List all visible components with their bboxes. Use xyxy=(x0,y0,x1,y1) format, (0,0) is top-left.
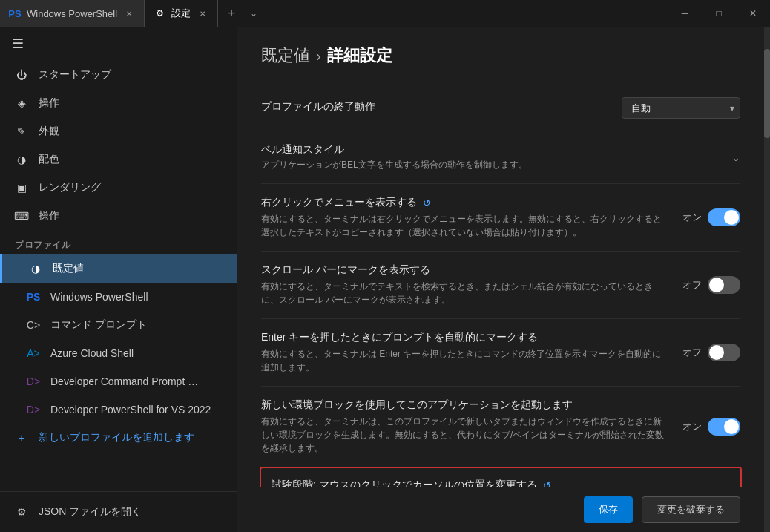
enter-mark-toggle[interactable] xyxy=(708,344,740,361)
sidebar-item-rendering[interactable]: ▣ レンダリング xyxy=(0,174,237,202)
env-block-title: 新しい環境ブロックを使用してこのアプリケーションを起動します xyxy=(261,398,669,412)
scrollbar-marks-text: スクロール バーにマークを表示する 有効にすると、ターミナルでテキストを検索する… xyxy=(261,263,669,306)
add-profile-icon: + xyxy=(15,431,28,444)
enter-mark-desc: 有効にすると、ターミナルは Enter キーを押したときにコマンドの終了位置を示… xyxy=(261,347,669,374)
right-click-toggle[interactable] xyxy=(708,208,740,226)
profile-exit-select[interactable]: 自動 常に閉じる 手動のみ閉じる xyxy=(622,97,740,119)
enter-mark-title: Enter キーを押したときにプロンプトを自動的にマークする xyxy=(261,331,669,344)
powershell-tab-close[interactable]: ✕ xyxy=(123,7,135,19)
settings-tab-close[interactable]: ✕ xyxy=(197,7,208,19)
env-block-control: オン xyxy=(681,418,740,436)
profile-exit-control: 自動 常に閉じる 手動のみ閉じる ▾ xyxy=(622,97,740,119)
right-click-control: オン xyxy=(681,208,740,226)
content-footer: 保存 変更を破棄する xyxy=(237,487,764,532)
env-block-text: 新しい環境ブロックを使用してこのアプリケーションを起動します 有効にすると、ター… xyxy=(261,398,669,455)
sidebar-item-operation-label: 操作 xyxy=(39,209,59,223)
enter-mark-toggle-thumb xyxy=(709,345,724,360)
breadcrumb-separator: › xyxy=(316,47,321,65)
sidebar-item-add-profile[interactable]: + 新しいプロファイルを追加します xyxy=(0,424,237,452)
sidebar-bottom: ⚙ JSON ファイルを開く xyxy=(0,491,237,532)
operation-icon: ⌨ xyxy=(15,209,28,223)
enter-mark-control: オフ xyxy=(681,344,740,361)
breadcrumb-parent[interactable]: 既定値 xyxy=(261,45,310,67)
sidebar-item-startup[interactable]: ⏻ スタートアップ xyxy=(0,61,237,89)
save-button[interactable]: 保存 xyxy=(584,496,633,523)
enter-mark-status: オフ xyxy=(682,346,702,359)
bell-style-desc: アプリケーションがBEL文字を生成する場合の動作を制御します。 xyxy=(261,158,731,171)
right-click-text: 右クリックでメニューを表示する ↺ 有効にすると、ターミナルは右クリックでメニュ… xyxy=(261,196,669,239)
bell-style-title-area: ベル通知スタイル アプリケーションがBEL文字を生成する場合の動作を制御します。 xyxy=(261,143,731,171)
right-click-toggle-thumb xyxy=(724,210,739,225)
sidebar-item-defaults[interactable]: ◑ 既定値 xyxy=(0,254,237,283)
sidebar-item-json[interactable]: ⚙ JSON ファイルを開く xyxy=(0,498,237,526)
sidebar-item-azure[interactable]: A> Azure Cloud Shell xyxy=(0,339,237,367)
scrollbar-track[interactable] xyxy=(764,27,770,532)
right-click-status: オン xyxy=(682,211,702,224)
window-controls: ─ □ ✕ xyxy=(668,0,770,27)
close-button[interactable]: ✕ xyxy=(736,0,770,27)
env-block-desc: 有効にすると、ターミナルは、このプロファイルで新しいタブまたはウィンドウを作成す… xyxy=(261,415,669,455)
sidebar-item-azure-label: Azure Cloud Shell xyxy=(50,347,134,359)
cursor-click-reset-icon[interactable]: ↺ xyxy=(543,480,551,487)
sidebar-item-devps[interactable]: D> Developer PowerShell for VS 2022 xyxy=(0,395,237,424)
minimize-button[interactable]: ─ xyxy=(668,0,702,27)
restore-button[interactable]: □ xyxy=(702,0,736,27)
sidebar-item-cmd[interactable]: C> コマンド プロンプト xyxy=(0,311,237,339)
scrollbar-thumb[interactable] xyxy=(764,49,770,138)
sidebar-item-appearance-label: 外観 xyxy=(39,125,59,138)
sidebar-item-interaction[interactable]: ◈ 操作 xyxy=(0,89,237,117)
breadcrumb: 既定値 › 詳細設定 xyxy=(261,45,740,67)
defaults-icon: ◑ xyxy=(29,262,42,275)
scrollbar-marks-toggle-thumb xyxy=(709,278,724,292)
settings-row-env-block: 新しい環境ブロックを使用してこのアプリケーションを起動します 有効にすると、ター… xyxy=(261,386,740,467)
scrollbar-marks-control: オフ xyxy=(681,276,740,294)
content-area: 既定値 › 詳細設定 プロファイルの終了動作 自動 常に閉じる xyxy=(237,27,764,532)
tab-settings[interactable]: ⚙ 設定 ✕ xyxy=(145,0,218,27)
env-block-toggle[interactable] xyxy=(708,418,740,436)
sidebar-item-cmd-label: コマンド プロンプト xyxy=(50,318,147,332)
right-click-reset-icon[interactable]: ↺ xyxy=(423,197,431,208)
right-click-desc: 有効にすると、ターミナルは右クリックでメニューを表示します。無効にすると、右クリ… xyxy=(261,212,669,239)
bell-style-header[interactable]: ベル通知スタイル アプリケーションがBEL文字を生成する場合の動作を制御します。… xyxy=(261,143,740,171)
sidebar-item-color-label: 配色 xyxy=(39,153,59,166)
sidebar: ☰ ⏻ スタートアップ ◈ 操作 ✎ 外観 ◑ 配色 ▣ レンダリング ⌨ 操作… xyxy=(0,27,237,532)
scrollbar-marks-desc: 有効にすると、ターミナルでテキストを検索するとき、またはシェル統合が有効になって… xyxy=(261,280,669,306)
profile-exit-select-wrapper: 自動 常に閉じる 手動のみ閉じる ▾ xyxy=(622,97,740,119)
hamburger-menu[interactable]: ☰ xyxy=(0,27,237,61)
right-click-title: 右クリックでメニューを表示する ↺ xyxy=(261,196,669,209)
sidebar-item-interaction-label: 操作 xyxy=(39,96,59,110)
enter-mark-text: Enter キーを押したときにプロンプトを自動的にマークする 有効にすると、ター… xyxy=(261,331,669,374)
content-scroll[interactable]: 既定値 › 詳細設定 プロファイルの終了動作 自動 常に閉じる xyxy=(237,27,764,487)
scrollbar-marks-status: オフ xyxy=(682,278,702,292)
powershell-sidebar-icon: PS xyxy=(27,290,40,303)
sidebar-item-operation[interactable]: ⌨ 操作 xyxy=(0,202,237,230)
sidebar-item-color[interactable]: ◑ 配色 xyxy=(0,145,237,174)
title-bar: PS Windows PowerShell ✕ ⚙ 設定 ✕ + ⌄ ─ □ ✕ xyxy=(0,0,770,27)
sidebar-item-appearance[interactable]: ✎ 外観 xyxy=(0,117,237,145)
discard-button[interactable]: 変更を破棄する xyxy=(642,496,740,523)
sidebar-item-add-profile-label: 新しいプロファイルを追加します xyxy=(39,431,194,444)
scrollbar-marks-toggle[interactable] xyxy=(708,276,740,294)
tab-chevron[interactable]: ⌄ xyxy=(245,0,263,27)
settings-row-enter-mark: Enter キーを押したときにプロンプトを自動的にマークする 有効にすると、ター… xyxy=(261,318,740,386)
settings-tab-label: 設定 xyxy=(171,7,191,20)
sidebar-item-rendering-label: レンダリング xyxy=(39,181,101,194)
devps-sidebar-icon: D> xyxy=(27,403,40,416)
bell-style-chevron-icon: ⌄ xyxy=(731,151,740,163)
tab-powershell[interactable]: PS Windows PowerShell ✕ xyxy=(0,0,145,27)
settings-row-profile-exit: プロファイルの終了動作 自動 常に閉じる 手動のみ閉じる ▾ xyxy=(261,85,740,131)
profile-exit-title: プロファイルの終了動作 xyxy=(261,100,610,114)
bell-style-title: ベル通知スタイル xyxy=(261,143,731,157)
color-icon: ◑ xyxy=(15,153,28,166)
main-content: ☰ ⏻ スタートアップ ◈ 操作 ✎ 外観 ◑ 配色 ▣ レンダリング ⌨ 操作… xyxy=(0,27,770,532)
add-tab-button[interactable]: + xyxy=(218,0,245,27)
cursor-click-text: 試験段階: マウスのクリックでカーソルの位置を変更する ↺ 有効にすると、プロン… xyxy=(272,479,659,487)
sidebar-item-json-label: JSON ファイルを開く xyxy=(39,505,142,519)
interaction-icon: ◈ xyxy=(15,96,28,110)
profile-exit-text: プロファイルの終了動作 xyxy=(261,100,610,116)
azure-sidebar-icon: A> xyxy=(27,347,40,360)
sidebar-item-powershell[interactable]: PS Windows PowerShell xyxy=(0,283,237,311)
settings-row-right-click: 右クリックでメニューを表示する ↺ 有効にすると、ターミナルは右クリックでメニュ… xyxy=(261,183,740,251)
content-panel: 既定値 › 詳細設定 プロファイルの終了動作 自動 常に閉じる xyxy=(237,27,764,532)
sidebar-item-devcmd[interactable]: D> Developer Command Prompt for VS 202 xyxy=(0,367,237,395)
